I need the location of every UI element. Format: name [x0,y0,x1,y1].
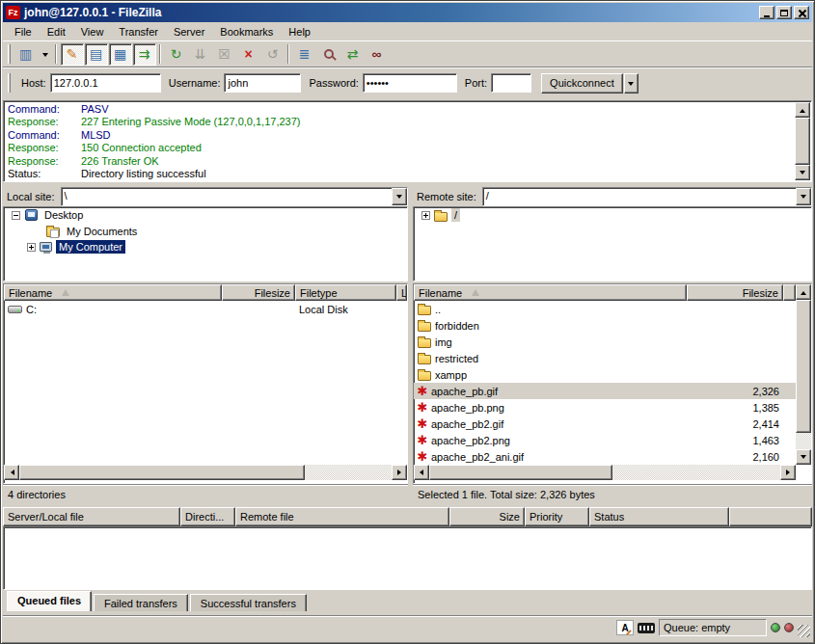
folder-icon [418,306,431,315]
find-files-button[interactable]: ∞ [366,43,389,66]
quickconnect-button[interactable]: Quickconnect [541,73,623,94]
column-header-last-modified[interactable]: L [396,284,407,301]
close-button[interactable] [794,6,809,19]
close-icon [798,9,806,17]
scroll-down-button[interactable] [795,165,810,180]
log-scrollbar[interactable] [795,102,810,180]
cancel-operation-button[interactable]: ☒ [213,43,236,66]
column-header-filetype[interactable]: Filetype [295,284,396,301]
menu-file[interactable]: File [7,24,40,40]
scroll-right-button[interactable] [780,465,796,480]
local-row-c-drive[interactable]: C: Local Disk [4,301,407,317]
remote-row[interactable]: ✱apache_pb.png 1,385 [414,399,796,416]
column-header-filename[interactable]: Filename [4,284,222,301]
scroll-thumb[interactable] [429,465,612,480]
tree-item-root[interactable]: / [414,207,811,224]
disconnect-button[interactable]: × [237,43,260,66]
host-input[interactable] [50,73,161,93]
process-queue-button[interactable]: ⇊ [189,43,212,66]
username-input[interactable] [224,73,301,93]
menu-transfer[interactable]: Transfer [111,24,166,40]
menu-bookmarks[interactable]: Bookmarks [212,24,281,40]
menu-help[interactable]: Help [281,24,318,40]
filter-icon: ≣ [299,47,311,61]
title-bar[interactable]: Fz john@127.0.0.1 - FileZilla [3,3,812,22]
tab-successful-transfers[interactable]: Successful transfers [190,594,307,611]
column-header-status[interactable]: Status [589,507,729,526]
remote-vertical-scrollbar[interactable] [796,284,811,465]
port-input[interactable] [491,73,531,93]
column-header-spacer [783,284,796,301]
chevron-down-icon [42,53,48,60]
tree-item-my-documents[interactable]: My Documents [4,224,407,240]
column-header-filesize[interactable]: Filesize [687,284,783,301]
scroll-left-button[interactable] [414,465,429,480]
quickconnect-dropdown-button[interactable] [624,73,638,94]
scroll-right-button[interactable] [392,465,407,480]
scroll-up-button[interactable] [795,102,810,118]
toggle-message-log-button[interactable]: ✎ [61,43,84,66]
collapse-icon[interactable] [12,211,20,220]
password-input[interactable] [363,73,457,93]
tab-failed-transfers[interactable]: Failed transfers [94,594,188,611]
local-site-dropdown-button[interactable] [392,188,407,205]
toggle-remote-tree-button[interactable]: ▦ [109,43,132,66]
refresh-button[interactable]: ↻ [165,43,188,66]
column-header-filesize[interactable]: Filesize [222,284,295,301]
maximize-button[interactable] [776,6,792,19]
remote-site-bar: Remote site: / [413,186,812,206]
tree-item-my-computer[interactable]: My Computer [4,239,407,255]
log-line: Command:PASV [8,103,792,116]
toolbar-grip[interactable] [8,44,11,64]
scroll-thumb[interactable] [19,465,305,480]
local-horizontal-scrollbar[interactable] [4,465,407,480]
column-header-direction[interactable]: Directi... [180,507,235,526]
menu-view[interactable]: View [73,24,112,40]
remote-row[interactable]: ✱apache_pb2.png 1,463 [414,432,796,448]
queue-status-panel: Queue: empty [659,619,767,636]
remote-horizontal-scrollbar[interactable] [414,465,796,480]
synchronized-browsing-button[interactable]: ⇄ [341,43,365,66]
resize-grip[interactable] [798,625,810,637]
local-list-header: Filename Filesize Filetype L [4,284,407,301]
local-site-combo[interactable]: \ [61,187,408,206]
filezilla-window: Fz john@127.0.0.1 - FileZilla File Edit … [0,0,815,644]
reconnect-button[interactable]: ↺ [261,43,285,66]
scroll-down-button[interactable] [796,449,811,465]
site-manager-button[interactable]: ▥ [14,43,38,66]
scroll-thumb[interactable] [795,118,810,165]
tree-item-desktop[interactable]: Desktop [4,207,407,224]
column-header-remote-file[interactable]: Remote file [235,507,449,526]
quickbar-grip[interactable] [8,73,11,93]
remote-row[interactable]: .. [414,301,796,317]
scroll-up-button[interactable] [796,284,811,300]
filter-button[interactable]: ≣ [293,43,316,66]
menu-server[interactable]: Server [166,24,212,40]
column-header-server-local-file[interactable]: Server/Local file [3,507,180,526]
remote-row[interactable]: ✱apache_pb2.gif 2,414 [414,416,796,432]
remote-row[interactable]: forbidden [414,317,796,334]
remote-site-dropdown-button[interactable] [796,188,811,205]
remote-row[interactable]: ✱apache_pb2_ani.gif 2,160 [414,448,796,465]
remote-row[interactable]: xampp [414,366,796,383]
scroll-thumb[interactable] [796,300,811,433]
remote-site-combo[interactable]: / [482,187,812,206]
site-manager-dropdown-button[interactable] [39,43,52,66]
remote-pane: Remote site: / / Filename Filesize [413,186,812,503]
remote-row[interactable]: img [414,334,796,350]
my-documents-icon [46,228,60,237]
menu-edit[interactable]: Edit [40,24,73,40]
directory-comparison-button[interactable] [317,43,340,66]
minimize-button[interactable] [759,6,774,19]
expand-icon[interactable] [421,211,430,220]
column-header-size[interactable]: Size [449,507,525,526]
scroll-left-button[interactable] [4,465,19,480]
remote-row[interactable]: restricted [414,350,796,366]
column-header-priority[interactable]: Priority [525,507,589,526]
remote-row-selected[interactable]: ✱apache_pb.gif 2,326 [414,383,796,399]
toggle-local-tree-button[interactable]: ▤ [85,43,108,66]
column-header-filename[interactable]: Filename [414,284,687,301]
tab-queued-files[interactable]: Queued files [7,591,92,611]
toggle-queue-button[interactable]: ⇉ [133,43,156,66]
expand-icon[interactable] [27,243,36,252]
